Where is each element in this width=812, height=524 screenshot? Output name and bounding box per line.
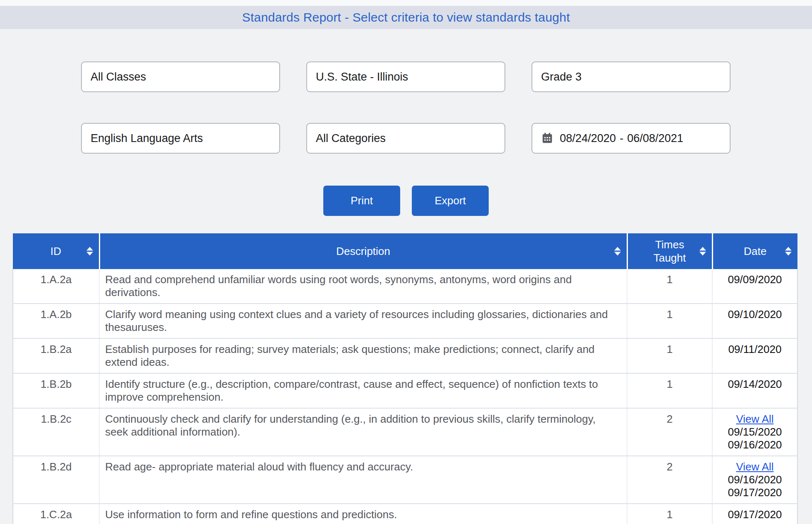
standard-description-cell: Use information to form and refine quest…	[99, 504, 627, 524]
standard-description-cell: Read and comprehend unfamiliar words usi…	[99, 269, 627, 304]
standard-id-cell: 1.A.2b	[13, 304, 99, 338]
times-taught-cell: 1	[627, 504, 712, 524]
standard-id-cell: 1.C.2a	[13, 504, 99, 524]
column-header-id[interactable]: ID	[13, 233, 99, 269]
subject-dropdown[interactable]: English Language Arts	[81, 123, 280, 154]
title-bar: Standards Report - Select criteria to vi…	[0, 6, 812, 29]
standards-table: ID Description Times Taught Date 1.A.2aR…	[12, 233, 797, 524]
classes-dropdown[interactable]: All Classes	[81, 61, 280, 92]
classes-dropdown-value: All Classes	[91, 71, 146, 83]
taught-date: 09/09/2020	[713, 273, 797, 286]
taught-date: 09/16/2020	[713, 473, 797, 486]
column-header-date[interactable]: Date	[712, 233, 797, 269]
standard-id-cell: 1.B.2b	[13, 373, 99, 408]
date-range-start: 08/24/2020	[560, 132, 616, 145]
sort-icon[interactable]	[614, 247, 621, 256]
standard-description-cell: Clarify word meaning using context clues…	[99, 304, 627, 338]
view-all-link[interactable]: View All	[713, 413, 797, 426]
standard-id-cell: 1.B.2d	[13, 456, 99, 504]
table-row: 1.B.2aEstablish purposes for reading; su…	[13, 338, 797, 373]
taught-date: 09/17/2020	[713, 508, 797, 521]
taught-date: 09/10/2020	[713, 308, 797, 321]
grade-dropdown-value: Grade 3	[541, 71, 582, 83]
state-dropdown[interactable]: U.S. State - Illinois	[306, 61, 505, 92]
times-taught-cell: 1	[627, 304, 712, 338]
action-buttons: Print Export	[0, 186, 812, 216]
times-taught-cell: 1	[627, 373, 712, 408]
date-cell: 09/10/2020	[712, 304, 797, 338]
date-cell: 09/11/2020	[712, 338, 797, 373]
taught-date: 09/15/2020	[713, 426, 797, 438]
table-body: 1.A.2aRead and comprehend unfamiliar wor…	[13, 269, 797, 524]
standard-description-cell: Read age- appropriate material aloud wit…	[99, 456, 627, 504]
table-row: 1.B.2cContinuously check and clarify for…	[13, 408, 797, 456]
calendar-icon	[541, 132, 554, 144]
standard-id-cell: 1.B.2a	[13, 338, 99, 373]
sort-icon[interactable]	[699, 247, 706, 256]
table-row: 1.A.2aRead and comprehend unfamiliar wor…	[13, 269, 797, 304]
grade-dropdown[interactable]: Grade 3	[531, 61, 731, 92]
taught-date: 09/14/2020	[713, 378, 797, 391]
filter-bar: All Classes U.S. State - Illinois Grade …	[81, 61, 731, 154]
date-range-end: 06/08/2021	[627, 132, 683, 145]
date-cell: 09/17/2020	[712, 504, 797, 524]
sort-icon[interactable]	[86, 247, 93, 256]
date-range-separator: -	[620, 132, 623, 145]
table-row: 1.B.2dRead age- appropriate material alo…	[13, 456, 797, 504]
table-row: 1.A.2bClarify word meaning using context…	[13, 304, 797, 338]
sort-icon[interactable]	[785, 247, 792, 256]
standard-id-cell: 1.A.2a	[13, 269, 99, 304]
page-title: Standards Report - Select criteria to vi…	[242, 10, 570, 24]
times-taught-cell: 2	[627, 408, 712, 456]
print-button[interactable]: Print	[323, 186, 400, 216]
date-range-picker[interactable]: 08/24/2020 - 06/08/2021	[531, 123, 731, 154]
date-range-value: 08/24/2020 - 06/08/2021	[560, 132, 683, 145]
state-dropdown-value: U.S. State - Illinois	[316, 71, 408, 83]
standard-description-cell: Identify structure (e.g., description, c…	[99, 373, 627, 408]
table-row: 1.B.2bIdentify structure (e.g., descript…	[13, 373, 797, 408]
table-row: 1.C.2aUse information to form and refine…	[13, 504, 797, 524]
date-cell: 09/09/2020	[712, 269, 797, 304]
times-taught-cell: 1	[627, 269, 712, 304]
standard-id-cell: 1.B.2c	[13, 408, 99, 456]
standard-description-cell: Establish purposes for reading; survey m…	[99, 338, 627, 373]
category-dropdown-value: All Categories	[316, 132, 386, 145]
date-cell: View All09/16/202009/17/2020	[712, 456, 797, 504]
times-taught-cell: 2	[627, 456, 712, 504]
standard-description-cell: Continuously check and clarify for under…	[99, 408, 627, 456]
times-taught-cell: 1	[627, 338, 712, 373]
column-header-description[interactable]: Description	[99, 233, 627, 269]
date-cell: View All09/15/202009/16/2020	[712, 408, 797, 456]
top-strip	[0, 0, 812, 6]
export-button[interactable]: Export	[412, 186, 489, 216]
taught-date: 09/17/2020	[713, 486, 797, 499]
category-dropdown[interactable]: All Categories	[306, 123, 505, 154]
date-cell: 09/14/2020	[712, 373, 797, 408]
taught-date: 09/11/2020	[713, 343, 797, 356]
view-all-link[interactable]: View All	[713, 460, 797, 473]
taught-date: 09/16/2020	[713, 438, 797, 451]
table-header-row: ID Description Times Taught Date	[13, 233, 797, 269]
column-header-times-taught[interactable]: Times Taught	[627, 233, 712, 269]
subject-dropdown-value: English Language Arts	[91, 132, 203, 145]
